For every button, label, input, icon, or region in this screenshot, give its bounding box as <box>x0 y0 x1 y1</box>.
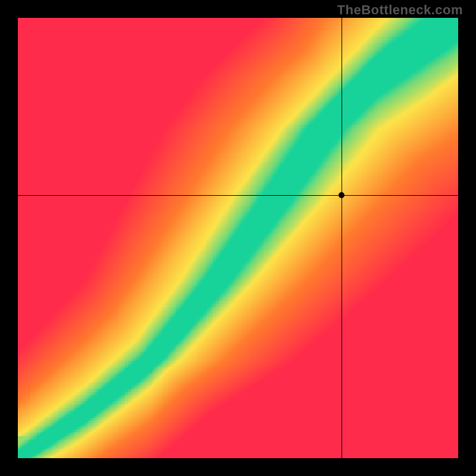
bottleneck-heatmap <box>18 18 458 458</box>
watermark-text: TheBottleneck.com <box>337 2 463 18</box>
plot-area <box>18 18 458 458</box>
chart-frame: TheBottleneck.com <box>0 0 476 476</box>
